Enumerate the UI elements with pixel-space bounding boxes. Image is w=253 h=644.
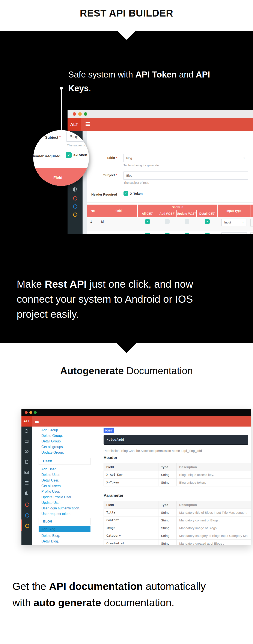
blog-section-header: BLOG — [39, 518, 90, 525]
sidebar-toggle-icon[interactable] — [35, 420, 39, 424]
table-help-text: Table is being for generate. — [123, 164, 160, 167]
chevron-down-icon: ▼ — [242, 219, 244, 226]
menu-link[interactable]: User login authentication. — [41, 506, 106, 511]
header-section-title: Header — [104, 455, 117, 460]
bottom-notch-triangle — [116, 343, 137, 353]
builder-content: Table * blog▼ Table is being for generat… — [67, 131, 253, 234]
id-card-icon[interactable] — [24, 470, 29, 474]
detail-get-checkbox[interactable] — [205, 219, 210, 224]
dashboard-icon[interactable] — [24, 429, 28, 433]
close-window-button[interactable] — [73, 112, 76, 116]
update-post-checkbox[interactable] — [185, 233, 189, 234]
x-token-checkbox[interactable] — [123, 191, 128, 196]
maximize-window-button[interactable] — [84, 112, 87, 116]
shield-icon[interactable] — [25, 491, 28, 496]
col-add-post: AddPOST — [157, 210, 177, 217]
magnified-x-token-checkbox[interactable] — [66, 152, 72, 158]
menu-link[interactable]: User request token. — [41, 511, 106, 517]
table-label: Table * — [87, 156, 117, 160]
fields-grid: No Field Show in AllGET AddPOST UpdatePO… — [87, 204, 253, 234]
menu-link[interactable]: Detail User. — [41, 478, 106, 483]
subject-help-text: The subject of rest. — [123, 181, 149, 184]
x-token-option-label: X-Token — [130, 192, 143, 195]
menu-link[interactable]: Update Group. — [41, 450, 106, 455]
user-links-list: Add User.Delete User.Detail User.Get all… — [38, 466, 106, 517]
table-row: X-Token String Blog unique token. — [104, 479, 251, 486]
callout-dot — [60, 87, 63, 90]
menu-link[interactable]: Get all groups. — [41, 444, 106, 450]
close-window-button[interactable] — [25, 411, 28, 414]
red-circle-icon[interactable] — [25, 502, 29, 507]
parameter-table: Field Type Description Title String Mand… — [104, 501, 251, 545]
minimize-window-button[interactable] — [29, 411, 32, 414]
header-table-body: X-Api-Key String Blog unique access-key.… — [104, 471, 251, 486]
menu-link[interactable]: Detail Blog. — [41, 538, 106, 544]
table-row: X-Api-Key String Blog unique access-key. — [104, 471, 251, 479]
header-table: Field Type Description X-Api-Key String … — [104, 463, 251, 486]
orange-circle-icon[interactable] — [73, 212, 77, 217]
col-all-get: AllGET — [138, 210, 157, 217]
blog-links-list: Delete Blog.Detail Blog. — [38, 533, 106, 544]
hero2-line1: Make Rest API just one click, and now — [17, 278, 193, 290]
update-post-checkbox[interactable] — [185, 219, 189, 224]
grid-row-title: 2 title Input▼ — [87, 231, 253, 234]
maximize-window-button[interactable] — [34, 411, 37, 414]
menu-link[interactable]: Profile User. — [41, 489, 106, 494]
subject-input[interactable]: Blog — [123, 172, 248, 180]
menu-link[interactable]: Update User. — [41, 500, 106, 506]
cut-input-box — [251, 232, 253, 234]
minimize-window-button[interactable] — [78, 112, 82, 116]
blue-circle-icon[interactable] — [25, 513, 29, 518]
hero2-line2: connect your system to Android or IOS — [17, 294, 193, 305]
table-icon[interactable] — [25, 440, 28, 443]
app-logo[interactable]: ALT — [67, 118, 81, 131]
file-icon[interactable] — [25, 460, 28, 464]
add-post-checkbox[interactable] — [165, 219, 170, 224]
magnified-subject-help: The subject of — [67, 144, 87, 147]
input-type-select[interactable]: Input▼ — [222, 232, 247, 234]
table-row: Created at String Mandatory created at o… — [104, 540, 251, 545]
red-circle-icon[interactable] — [73, 196, 77, 200]
app-logo[interactable]: ALT — [21, 416, 32, 426]
menu-link[interactable]: Delete Group. — [41, 433, 106, 438]
shield-icon[interactable] — [73, 187, 77, 192]
menu-link[interactable]: Get all users. — [41, 483, 106, 489]
add-post-checkbox[interactable] — [165, 233, 170, 234]
permission-text: Permission: Blog Cant be Accessed permis… — [104, 449, 202, 452]
detail-get-checkbox[interactable] — [205, 233, 210, 234]
header-required-label: Header Required — [87, 192, 117, 196]
hero1-line1: Safe system with API Token and API — [68, 70, 210, 79]
menu-link[interactable]: Detail Group. — [41, 438, 106, 444]
app-toolbar: ALT — [67, 118, 253, 131]
table-header-row: Field Type Description — [104, 463, 251, 471]
autogenerate-heading: Autogenerate Documentation — [0, 365, 253, 376]
blue-circle-icon[interactable] — [73, 204, 77, 209]
input-type-select[interactable]: Input▼ — [222, 219, 247, 226]
magnified-subject-label: Subject * — [45, 136, 61, 140]
magnified-divider — [35, 164, 82, 164]
list-icon[interactable] — [25, 481, 28, 484]
parameter-section-title: Parameter — [104, 493, 123, 498]
col-detail-get: DetailGET — [197, 210, 217, 217]
window-titlebar — [21, 409, 251, 416]
all-get-checkbox[interactable] — [145, 233, 150, 234]
table-select[interactable]: blog▼ — [123, 154, 248, 162]
menu-link-active[interactable]: Add Blog. — [39, 526, 90, 532]
page-title: REST API BUILDER — [0, 7, 253, 19]
hero1-line2: Keys. — [68, 84, 91, 93]
hero1-text: Safe system with API Token and API Keys. — [68, 68, 210, 95]
menu-link[interactable]: Update Profile User. — [41, 494, 106, 500]
menu-link[interactable]: Delete Blog. — [41, 533, 106, 538]
code-icon[interactable] — [24, 450, 29, 453]
grid-row-id: 1 id Input▼ — [87, 218, 253, 231]
page: REST API BUILDER Safe system with API To… — [0, 0, 253, 644]
sidebar-toggle-icon[interactable] — [86, 122, 90, 127]
orange-circle-icon[interactable] — [25, 524, 29, 528]
menu-link[interactable]: Delete User. — [41, 472, 106, 478]
menu-link[interactable]: Add User. — [41, 466, 106, 472]
chevron-down-icon: ▼ — [243, 154, 245, 162]
menu-link[interactable]: Add Group. — [41, 428, 106, 433]
row-field: id — [99, 218, 138, 231]
row-field: title — [99, 231, 138, 234]
all-get-checkbox[interactable] — [145, 219, 150, 224]
